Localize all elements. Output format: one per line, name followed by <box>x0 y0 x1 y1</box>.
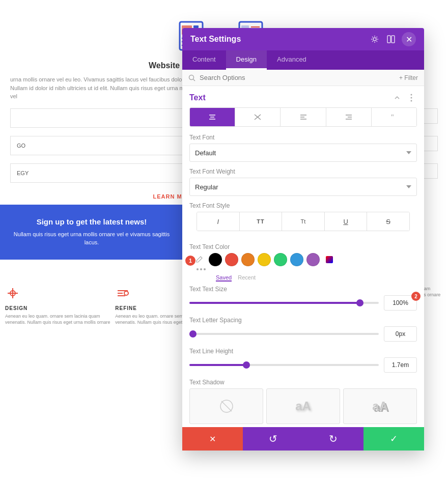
color-green[interactable] <box>274 253 287 266</box>
size-badge-2: 2 <box>411 292 421 301</box>
svg-point-21 <box>373 38 376 41</box>
tab-design[interactable]: Design <box>226 50 267 70</box>
text-font-select[interactable]: Default <box>189 144 417 162</box>
search-icon <box>188 74 195 81</box>
redo-button[interactable]: ↻ <box>303 427 364 451</box>
text-size-value: 100% 2 <box>384 295 417 311</box>
color-gradient-btn[interactable] <box>323 253 336 266</box>
panel-title: Text Settings <box>190 35 241 44</box>
color-red[interactable] <box>225 253 238 266</box>
svg-rect-23 <box>391 36 395 43</box>
svg-point-20 <box>124 291 128 295</box>
text-alignment-row: " <box>189 107 417 127</box>
align-quote-btn[interactable]: " <box>372 108 416 126</box>
search-bar: + Filter <box>182 70 424 86</box>
panel-tabs: Content Design Advanced <box>182 50 424 70</box>
text-font-label: Text Font <box>189 134 417 141</box>
text-font-weight-select[interactable]: Regular <box>189 178 417 196</box>
svg-text:": " <box>391 114 394 121</box>
svg-point-28 <box>411 100 412 102</box>
panel-header: Text Settings ✕ <box>182 28 424 50</box>
text-font-group: Text Font Default <box>182 134 424 168</box>
text-font-style-group: Text Font Style I TT Tt U S <box>182 202 424 243</box>
uppercase-btn[interactable]: TT <box>240 212 283 231</box>
text-color-label: Text Text Color <box>189 243 417 250</box>
svg-point-27 <box>411 97 412 99</box>
layout-icon[interactable] <box>385 34 397 45</box>
align-center-btn[interactable] <box>190 108 235 126</box>
text-size-label: Text Text Size <box>189 286 417 293</box>
line-height-track[interactable] <box>189 364 379 366</box>
tab-recent[interactable]: Recent <box>238 274 256 282</box>
align-right-btn[interactable] <box>326 108 372 126</box>
color-tabs: Saved Recent <box>216 274 417 282</box>
align-left-btn[interactable] <box>281 108 326 126</box>
letter-spacing-track[interactable] <box>189 333 379 335</box>
bg-blue-section: Sign up to get the latest news! Nullam q… <box>0 205 183 260</box>
line-height-value: 1.7em <box>384 357 417 373</box>
text-section-header: Text <box>182 86 424 107</box>
letter-spacing-label: Text Letter Spacing <box>189 317 417 324</box>
strikethrough-btn[interactable]: S <box>367 212 409 231</box>
svg-point-26 <box>411 94 412 96</box>
text-shadow-section: Text Shadow aA aA aA aA aA <box>182 379 424 427</box>
more-colors-dots[interactable] <box>197 268 410 270</box>
svg-line-25 <box>193 79 195 81</box>
tab-saved[interactable]: Saved <box>216 274 232 282</box>
close-button[interactable]: ✕ <box>402 32 416 46</box>
letter-spacing-value: 0px <box>384 326 417 342</box>
tab-advanced[interactable]: Advanced <box>267 50 317 70</box>
capitalize-btn[interactable]: Tt <box>282 212 325 231</box>
color-purple[interactable] <box>306 253 320 266</box>
text-font-weight-group: Text Font Weight Regular <box>182 168 424 202</box>
line-height-label: Text Line Height <box>189 348 417 355</box>
color-yellow[interactable] <box>258 253 271 266</box>
settings-icon[interactable] <box>369 34 380 45</box>
text-settings-panel: Text Settings ✕ Content Design Advanced <box>182 28 424 451</box>
italic-btn[interactable]: I <box>197 212 240 231</box>
svg-point-24 <box>189 75 194 79</box>
cancel-button[interactable]: ✕ <box>182 427 243 451</box>
svg-rect-41 <box>326 256 333 263</box>
search-input[interactable] <box>200 74 399 81</box>
shadow-none[interactable] <box>189 388 263 424</box>
text-shadow-label: Text Shadow <box>189 379 417 386</box>
text-size-track[interactable] <box>189 302 379 304</box>
shadow-1[interactable]: aA <box>266 388 340 424</box>
color-badge-1: 1 <box>185 256 195 266</box>
undo-button[interactable]: ↺ <box>243 427 303 451</box>
text-size-row: Text Text Size 100% 2 <box>182 286 424 317</box>
more-options-icon[interactable] <box>406 92 417 103</box>
save-button[interactable]: ✓ <box>363 427 424 451</box>
shadow-2[interactable]: aA <box>343 388 417 424</box>
svg-line-43 <box>221 401 232 411</box>
panel-footer: ✕ ↺ ↻ ✓ <box>182 427 424 451</box>
color-blue[interactable] <box>290 253 303 266</box>
collapse-icon[interactable] <box>391 92 403 103</box>
letter-spacing-row: Text Letter Spacing 0px <box>182 317 424 348</box>
underline-btn[interactable]: U <box>325 212 368 231</box>
align-none-btn[interactable] <box>235 108 281 126</box>
font-style-row: I TT Tt U S <box>197 212 410 231</box>
text-font-weight-label: Text Font Weight <box>189 168 417 175</box>
tab-content[interactable]: Content <box>182 50 226 70</box>
text-font-style-label: Text Font Style <box>189 202 417 209</box>
filter-button[interactable]: + Filter <box>399 74 418 81</box>
shadow-grid: aA aA aA aA aA <box>189 388 417 427</box>
color-orange[interactable] <box>241 253 255 266</box>
panel-body: Text <box>182 86 424 427</box>
color-black[interactable] <box>209 253 222 266</box>
section-title: Text <box>189 93 206 102</box>
svg-rect-22 <box>387 36 390 43</box>
panel-header-icons: ✕ <box>369 32 416 46</box>
line-height-row: Text Line Height 1.7em <box>182 348 424 379</box>
text-color-section: Text Text Color 1 <box>182 243 424 286</box>
